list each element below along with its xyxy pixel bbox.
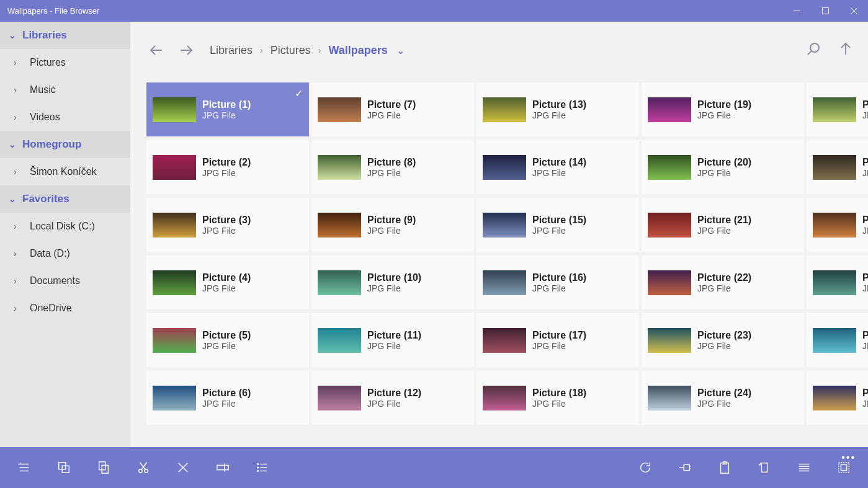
file-item[interactable]: Picture (6)JPG File [146, 371, 309, 425]
file-name: Picture (19) [697, 99, 751, 110]
file-item[interactable]: Picture (13)JPG File [477, 82, 639, 136]
copy-button[interactable] [97, 461, 110, 474]
up-button[interactable] [838, 42, 853, 59]
rename-button[interactable] [216, 461, 230, 474]
file-thumbnail [318, 155, 361, 180]
file-thumbnail [153, 328, 196, 353]
file-item[interactable]: Picture (27)JPG File [807, 198, 868, 252]
sidebar-item[interactable]: ›Local Disk (C:) [0, 213, 130, 240]
file-thumbnail [648, 386, 691, 410]
file-item[interactable]: Picture (23)JPG File [642, 313, 804, 367]
chevron-right-icon: › [14, 58, 21, 68]
svg-rect-42 [841, 464, 846, 470]
file-item[interactable]: Picture (5)JPG File [146, 313, 309, 367]
file-text: Picture (13)JPG File [532, 99, 586, 120]
file-item[interactable]: Picture (28)JPG File [807, 255, 868, 309]
file-item[interactable]: Picture (11)JPG File [311, 313, 474, 367]
file-item[interactable]: Picture (21)JPG File [642, 198, 804, 252]
file-item[interactable]: Picture (16)JPG File [477, 255, 639, 309]
chevron-down-icon[interactable]: ⌄ [396, 45, 405, 56]
svg-point-27 [257, 464, 259, 465]
file-thumbnail [648, 270, 691, 295]
svg-rect-1 [822, 8, 828, 14]
paste-button[interactable] [718, 461, 732, 474]
sidebar-item[interactable]: ›OneDrive [0, 295, 130, 322]
file-thumbnail [153, 270, 196, 295]
chevron-right-icon: › [14, 276, 21, 286]
file-name: Picture (2) [202, 157, 251, 168]
close-button[interactable] [839, 0, 868, 22]
file-item[interactable]: Picture (8)JPG File [311, 140, 474, 194]
file-item[interactable]: Picture (20)JPG File [642, 140, 804, 194]
file-item[interactable]: Picture (18)JPG File [477, 371, 639, 425]
file-item[interactable]: Picture (24)JPG File [642, 371, 804, 425]
file-thumbnail [483, 386, 526, 410]
file-item[interactable]: Picture (2)JPG File [146, 140, 309, 194]
file-text: Picture (18)JPG File [532, 388, 586, 409]
file-item[interactable]: Picture (3)JPG File [146, 198, 309, 252]
sidebar-section-header[interactable]: ⌄Libraries [0, 22, 130, 49]
file-type: JPG File [862, 110, 868, 120]
breadcrumb-item[interactable]: Pictures [271, 44, 311, 57]
rotate-button[interactable] [758, 461, 771, 474]
sidebar-item[interactable]: ›Pictures [0, 49, 130, 76]
new-folder-button[interactable] [57, 461, 71, 474]
file-item[interactable]: Picture (19)JPG File [642, 82, 804, 136]
sidebar-item[interactable]: ›Videos [0, 104, 130, 131]
file-thumbnail [318, 270, 361, 295]
chevron-right-icon: › [14, 221, 21, 231]
sidebar-section-header[interactable]: ⌄Homegroup [0, 131, 130, 158]
sidebar-item[interactable]: ›Data (D:) [0, 240, 130, 267]
sidebar-item-label: Šimon Koníček [30, 166, 97, 177]
file-thumbnail [648, 97, 691, 122]
details-view-button[interactable] [797, 461, 811, 474]
sidebar-item[interactable]: ›Music [0, 76, 130, 104]
refresh-button[interactable] [638, 461, 652, 474]
file-item[interactable]: Picture (30)JPG File [807, 371, 868, 425]
maximize-button[interactable] [811, 0, 839, 22]
file-type: JPG File [862, 283, 868, 293]
file-item[interactable]: Picture (12)JPG File [311, 371, 474, 425]
properties-button[interactable] [256, 461, 269, 474]
cut-button[interactable] [136, 461, 150, 474]
file-name: Picture (8) [367, 157, 416, 168]
file-item[interactable]: Picture (29)JPG File [807, 313, 868, 367]
breadcrumb-item[interactable]: Libraries [210, 44, 253, 57]
title-bar: Wallpapers - File Browser [0, 0, 868, 22]
pin-button[interactable] [678, 461, 692, 474]
chevron-right-icon: › [14, 167, 21, 177]
file-item[interactable]: Picture (10)JPG File [311, 255, 474, 309]
breadcrumb-item[interactable]: Wallpapers [328, 44, 387, 57]
file-name: Picture (28) [862, 272, 868, 283]
file-item[interactable]: Picture (1)JPG File✓ [146, 82, 309, 136]
file-item[interactable]: Picture (26)JPG File [807, 140, 868, 194]
file-text: Picture (19)JPG File [697, 99, 751, 120]
file-item[interactable]: Picture (15)JPG File [477, 198, 639, 252]
delete-button[interactable] [176, 461, 190, 474]
sidebar-item[interactable]: ›Documents [0, 267, 130, 295]
minimize-button[interactable] [782, 0, 811, 22]
file-name: Picture (7) [367, 99, 416, 110]
file-item[interactable]: Picture (25)JPG File [807, 82, 868, 136]
sidebar-section-header[interactable]: ⌄Favorites [0, 185, 130, 213]
file-item[interactable]: Picture (7)JPG File [311, 82, 474, 136]
back-button[interactable] [145, 39, 168, 61]
search-button[interactable] [806, 42, 821, 59]
chevron-right-icon: › [14, 85, 21, 95]
forward-button[interactable] [175, 39, 197, 61]
file-item[interactable]: Picture (17)JPG File [477, 313, 639, 367]
file-name: Picture (23) [697, 330, 751, 341]
sidebar-item[interactable]: ›Šimon Koníček [0, 158, 130, 185]
file-type: JPG File [202, 399, 251, 409]
file-text: Picture (20)JPG File [697, 157, 751, 178]
file-text: Picture (9)JPG File [367, 215, 416, 236]
file-name: Picture (26) [862, 157, 868, 168]
file-type: JPG File [367, 110, 416, 120]
more-button[interactable]: ••• [841, 452, 856, 463]
file-item[interactable]: Picture (4)JPG File [146, 255, 309, 309]
file-item[interactable]: Picture (9)JPG File [311, 198, 474, 252]
file-item[interactable]: Picture (14)JPG File [477, 140, 639, 194]
select-all-button[interactable] [17, 461, 31, 474]
sidebar-item-label: Music [30, 84, 56, 95]
file-item[interactable]: Picture (22)JPG File [642, 255, 804, 309]
